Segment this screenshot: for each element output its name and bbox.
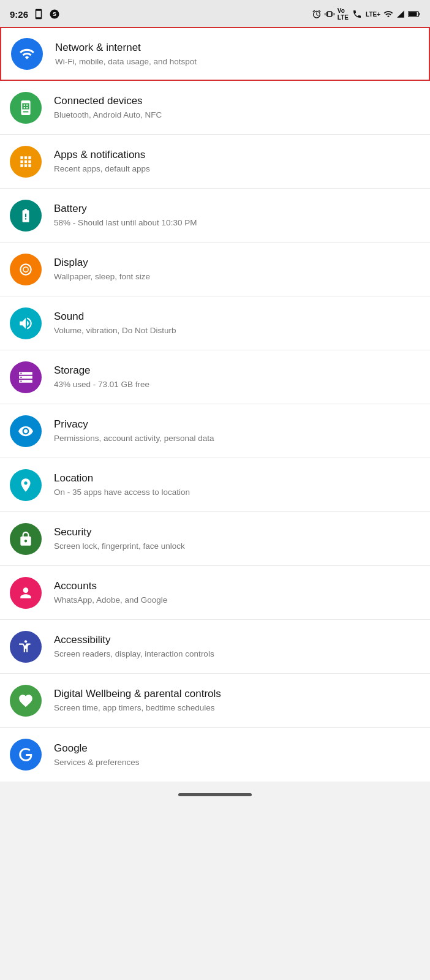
- accessibility-subtitle: Screen readers, display, interaction con…: [54, 649, 418, 660]
- settings-item-network[interactable]: Network & internet Wi-Fi, mobile, data u…: [0, 27, 430, 81]
- display-icon: [10, 254, 42, 285]
- location-title: Location: [54, 472, 418, 485]
- battery-text: Battery 58% - Should last until about 10…: [54, 202, 418, 228]
- accessibility-title: Accessibility: [54, 633, 418, 647]
- settings-list: Network & internet Wi-Fi, mobile, data u…: [0, 27, 430, 782]
- battery-title: Battery: [54, 202, 418, 216]
- network-icon: [11, 38, 43, 70]
- storage-icon: [10, 361, 42, 393]
- location-subtitle: On - 35 apps have access to location: [54, 487, 418, 498]
- google-title: Google: [54, 742, 418, 755]
- settings-item-google[interactable]: Google Services & preferences: [0, 728, 430, 782]
- accounts-text: Accounts WhatsApp, Adobe, and Google: [54, 579, 418, 606]
- settings-item-apps[interactable]: Apps & notifications Recent apps, defaul…: [0, 135, 430, 189]
- sound-title: Sound: [54, 310, 418, 323]
- privacy-icon: [10, 415, 42, 447]
- security-title: Security: [54, 526, 418, 539]
- screenshot-icon: [33, 9, 44, 20]
- display-title: Display: [54, 256, 418, 270]
- network-title: Network & internet: [55, 41, 417, 55]
- storage-text: Storage 43% used - 73.01 GB free: [54, 364, 418, 390]
- shazam-icon: S: [49, 9, 60, 20]
- battery-subtitle: 58% - Should last until about 10:30 PM: [54, 217, 418, 228]
- connected-devices-subtitle: Bluetooth, Android Auto, NFC: [54, 110, 418, 121]
- digital-wellbeing-icon: [10, 685, 42, 717]
- apps-title: Apps & notifications: [54, 148, 418, 162]
- vibrate-icon: [325, 9, 334, 19]
- status-right: VoLTE LTE+: [312, 7, 420, 21]
- security-text: Security Screen lock, fingerprint, face …: [54, 526, 418, 552]
- location-text: Location On - 35 apps have access to loc…: [54, 472, 418, 498]
- digital-wellbeing-title: Digital Wellbeing & parental controls: [54, 687, 418, 701]
- storage-title: Storage: [54, 364, 418, 377]
- google-text: Google Services & preferences: [54, 742, 418, 768]
- connected-devices-icon: [10, 92, 42, 124]
- volte-icon: VoLTE: [338, 7, 349, 21]
- lte-plus-icon: LTE+: [366, 11, 380, 18]
- privacy-title: Privacy: [54, 418, 418, 431]
- accounts-title: Accounts: [54, 579, 418, 593]
- accounts-icon: [10, 577, 42, 609]
- apps-icon: [10, 146, 42, 178]
- apps-text: Apps & notifications Recent apps, defaul…: [54, 148, 418, 175]
- nav-pill: [178, 793, 252, 796]
- accessibility-text: Accessibility Screen readers, display, i…: [54, 633, 418, 660]
- settings-item-display[interactable]: Display Wallpaper, sleep, font size: [0, 243, 430, 296]
- digital-wellbeing-subtitle: Screen time, app timers, bedtime schedul…: [54, 703, 418, 714]
- settings-item-connected-devices[interactable]: Connected devices Bluetooth, Android Aut…: [0, 81, 430, 135]
- settings-item-privacy[interactable]: Privacy Permissions, account activity, p…: [0, 404, 430, 458]
- svg-rect-4: [409, 12, 417, 16]
- privacy-subtitle: Permissions, account activity, personal …: [54, 433, 418, 444]
- sound-icon: [10, 307, 42, 339]
- settings-item-accounts[interactable]: Accounts WhatsApp, Adobe, and Google: [0, 566, 430, 620]
- storage-subtitle: 43% used - 73.01 GB free: [54, 379, 418, 390]
- sound-text: Sound Volume, vibration, Do Not Disturb: [54, 310, 418, 336]
- apps-subtitle: Recent apps, default apps: [54, 164, 418, 175]
- network-subtitle: Wi-Fi, mobile, data usage, and hotspot: [55, 56, 417, 67]
- battery-icon: [10, 200, 42, 232]
- sound-subtitle: Volume, vibration, Do Not Disturb: [54, 325, 418, 336]
- accessibility-icon: [10, 631, 42, 663]
- svg-point-5: [25, 640, 27, 643]
- battery-icon: [408, 10, 420, 18]
- google-subtitle: Services & preferences: [54, 757, 418, 768]
- privacy-text: Privacy Permissions, account activity, p…: [54, 418, 418, 444]
- settings-item-accessibility[interactable]: Accessibility Screen readers, display, i…: [0, 620, 430, 674]
- nav-bar: [0, 782, 430, 804]
- status-time: 9:26: [10, 9, 28, 20]
- svg-text:S: S: [53, 11, 56, 17]
- connected-devices-title: Connected devices: [54, 94, 418, 108]
- digital-wellbeing-text: Digital Wellbeing & parental controls Sc…: [54, 687, 418, 714]
- settings-item-location[interactable]: Location On - 35 apps have access to loc…: [0, 458, 430, 512]
- accounts-subtitle: WhatsApp, Adobe, and Google: [54, 595, 418, 606]
- settings-item-security[interactable]: Security Screen lock, fingerprint, face …: [0, 512, 430, 566]
- status-bar: 9:26 S VoLTE LTE+: [0, 0, 430, 27]
- display-subtitle: Wallpaper, sleep, font size: [54, 271, 418, 282]
- svg-rect-3: [419, 13, 420, 15]
- settings-item-battery[interactable]: Battery 58% - Should last until about 10…: [0, 189, 430, 243]
- network-text: Network & internet Wi-Fi, mobile, data u…: [55, 41, 417, 67]
- security-icon: [10, 523, 42, 555]
- signal1-icon: [383, 9, 393, 19]
- settings-item-storage[interactable]: Storage 43% used - 73.01 GB free: [0, 350, 430, 404]
- security-subtitle: Screen lock, fingerprint, face unlock: [54, 541, 418, 552]
- wifi-calling-icon: [352, 9, 363, 19]
- display-text: Display Wallpaper, sleep, font size: [54, 256, 418, 282]
- signal2-icon: [396, 9, 405, 19]
- status-left: 9:26 S: [10, 9, 60, 20]
- google-icon: [10, 739, 42, 771]
- alarm-icon: [312, 9, 322, 19]
- location-icon: [10, 469, 42, 501]
- connected-devices-text: Connected devices Bluetooth, Android Aut…: [54, 94, 418, 121]
- settings-item-digital-wellbeing[interactable]: Digital Wellbeing & parental controls Sc…: [0, 674, 430, 728]
- settings-item-sound[interactable]: Sound Volume, vibration, Do Not Disturb: [0, 296, 430, 350]
